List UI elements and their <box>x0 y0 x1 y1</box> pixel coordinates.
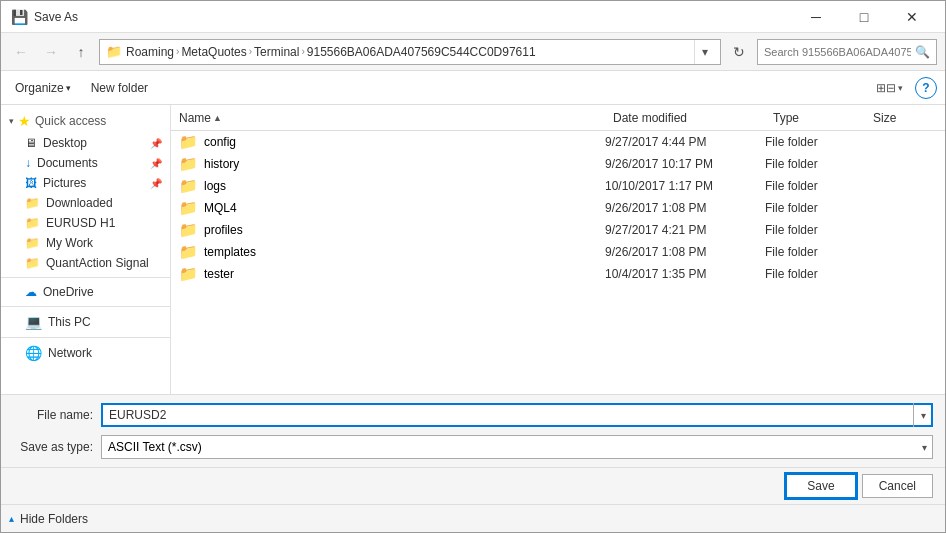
filename-input[interactable] <box>101 403 933 427</box>
file-type: File folder <box>765 157 865 171</box>
file-date: 10/10/2017 1:17 PM <box>605 179 765 193</box>
name-col-label: Name <box>179 111 211 125</box>
file-type: File folder <box>765 223 865 237</box>
sidebar-item-downloaded[interactable]: 📁 Downloaded <box>1 193 170 213</box>
folder-icon: 📁 <box>179 199 198 217</box>
documents-icon: ↓ <box>25 156 31 170</box>
maximize-button[interactable]: □ <box>841 2 887 32</box>
new-folder-button[interactable]: New folder <box>85 79 154 97</box>
address-bar[interactable]: 📁 Roaming › MetaQuotes › Terminal › 9155… <box>99 39 721 65</box>
folder-icon: 📁 <box>179 133 198 151</box>
filename-row: File name: ▾ <box>13 403 933 427</box>
address-part-terminal: Terminal <box>254 45 299 59</box>
file-row[interactable]: 📁 history 9/26/2017 10:17 PM File folder <box>171 153 945 175</box>
save-button[interactable]: Save <box>786 474 855 498</box>
savetype-label: Save as type: <box>13 440 93 454</box>
folder-icon: 📁 <box>179 243 198 261</box>
column-name-header[interactable]: Name ▲ <box>171 111 605 125</box>
folder-icon: 📁 <box>179 177 198 195</box>
file-date: 9/26/2017 1:08 PM <box>605 245 765 259</box>
file-row[interactable]: 📁 templates 9/26/2017 1:08 PM File folde… <box>171 241 945 263</box>
file-name: profiles <box>204 223 243 237</box>
sidebar-item-pictures[interactable]: 🖼 Pictures 📌 <box>1 173 170 193</box>
pictures-icon: 🖼 <box>25 176 37 190</box>
quick-access-star-icon: ★ <box>18 113 31 129</box>
network-icon: 🌐 <box>25 345 42 361</box>
savetype-wrapper: ASCII Text (*.csv)CSV (*.csv)All Files (… <box>101 435 933 459</box>
column-type-header[interactable]: Type <box>765 111 865 125</box>
file-type: File folder <box>765 179 865 193</box>
file-row[interactable]: 📁 MQL4 9/26/2017 1:08 PM File folder <box>171 197 945 219</box>
sidebar-item-thispc[interactable]: 💻 This PC <box>1 311 170 333</box>
back-button[interactable]: ← <box>9 40 33 64</box>
cancel-button[interactable]: Cancel <box>862 474 933 498</box>
help-button[interactable]: ? <box>915 77 937 99</box>
button-row: Save Cancel <box>1 468 945 504</box>
file-row[interactable]: 📁 profiles 9/27/2017 4:21 PM File folder <box>171 219 945 241</box>
column-date-header[interactable]: Date modified <box>605 111 765 125</box>
filename-dropdown-arrow[interactable]: ▾ <box>913 403 933 427</box>
refresh-button[interactable]: ↻ <box>727 39 751 65</box>
sidebar-item-quantaction[interactable]: 📁 QuantAction Signal <box>1 253 170 273</box>
file-name: logs <box>204 179 226 193</box>
file-row[interactable]: 📁 config 9/27/2017 4:44 PM File folder <box>171 131 945 153</box>
main-panel: Name ▲ Date modified Type Size 📁 config <box>171 105 945 394</box>
title-bar: 💾 Save As ─ □ ✕ <box>1 1 945 33</box>
sidebar-item-eurusd[interactable]: 📁 EURUSD H1 <box>1 213 170 233</box>
organize-label: Organize <box>15 81 64 95</box>
thispc-icon: 💻 <box>25 314 42 330</box>
sidebar-item-mywork[interactable]: 📁 My Work <box>1 233 170 253</box>
mywork-folder-icon: 📁 <box>25 236 40 250</box>
file-type: File folder <box>765 201 865 215</box>
search-input[interactable] <box>764 46 911 58</box>
desktop-label: Desktop <box>43 136 87 150</box>
view-toggle-button[interactable]: ⊞⊟ ▾ <box>872 79 907 97</box>
sidebar: ▾ ★ Quick access 🖥 Desktop 📌 ↓ Documents… <box>1 105 171 394</box>
search-bar[interactable]: 🔍 <box>757 39 937 65</box>
quick-access-header[interactable]: ▾ ★ Quick access <box>1 109 170 133</box>
action-bar: Organize ▾ New folder ⊞⊟ ▾ ? <box>1 71 945 105</box>
dialog-icon: 💾 <box>11 9 28 25</box>
column-size-header[interactable]: Size <box>865 111 945 125</box>
quick-access-label: Quick access <box>35 114 106 128</box>
downloaded-folder-icon: 📁 <box>25 196 40 210</box>
close-button[interactable]: ✕ <box>889 2 935 32</box>
savetype-row: Save as type: ASCII Text (*.csv)CSV (*.c… <box>13 435 933 459</box>
organize-dropdown-arrow: ▾ <box>66 83 71 93</box>
search-icon: 🔍 <box>915 45 930 59</box>
address-part-metaquotes: MetaQuotes <box>181 45 246 59</box>
sep1: › <box>176 46 179 57</box>
sidebar-item-network[interactable]: 🌐 Network <box>1 342 170 364</box>
savetype-select[interactable]: ASCII Text (*.csv)CSV (*.csv)All Files (… <box>101 435 933 459</box>
file-type: File folder <box>765 245 865 259</box>
file-row[interactable]: 📁 logs 10/10/2017 1:17 PM File folder <box>171 175 945 197</box>
forward-button[interactable]: → <box>39 40 63 64</box>
quick-access-expand-icon: ▾ <box>9 116 14 126</box>
footer-area: Save Cancel ▴ Hide Folders <box>1 467 945 532</box>
minimize-button[interactable]: ─ <box>793 2 839 32</box>
address-dropdown-button[interactable]: ▾ <box>694 40 714 64</box>
sidebar-item-onedrive[interactable]: ☁ OneDrive <box>1 282 170 302</box>
up-button[interactable]: ↑ <box>69 40 93 64</box>
date-col-label: Date modified <box>613 111 687 125</box>
pictures-pin-icon: 📌 <box>150 178 162 189</box>
eurusd-folder-icon: 📁 <box>25 216 40 230</box>
file-row[interactable]: 📁 tester 10/4/2017 1:35 PM File folder <box>171 263 945 285</box>
documents-label: Documents <box>37 156 98 170</box>
type-col-label: Type <box>773 111 799 125</box>
folder-icon: 📁 <box>179 265 198 283</box>
folder-icon: 📁 <box>179 155 198 173</box>
organize-button[interactable]: Organize ▾ <box>9 79 77 97</box>
file-type: File folder <box>765 267 865 281</box>
sidebar-item-documents[interactable]: ↓ Documents 📌 <box>1 153 170 173</box>
file-name: config <box>204 135 236 149</box>
sidebar-item-desktop[interactable]: 🖥 Desktop 📌 <box>1 133 170 153</box>
filename-label: File name: <box>13 408 93 422</box>
address-folder-icon: 📁 <box>106 44 122 59</box>
file-date: 9/26/2017 1:08 PM <box>605 201 765 215</box>
hide-folders-row[interactable]: ▴ Hide Folders <box>1 504 945 532</box>
address-part-id: 915566BA06ADA407569C544CC0D97611 <box>307 45 536 59</box>
hide-folders-label: Hide Folders <box>20 512 88 526</box>
file-name: tester <box>204 267 234 281</box>
file-type: File folder <box>765 135 865 149</box>
